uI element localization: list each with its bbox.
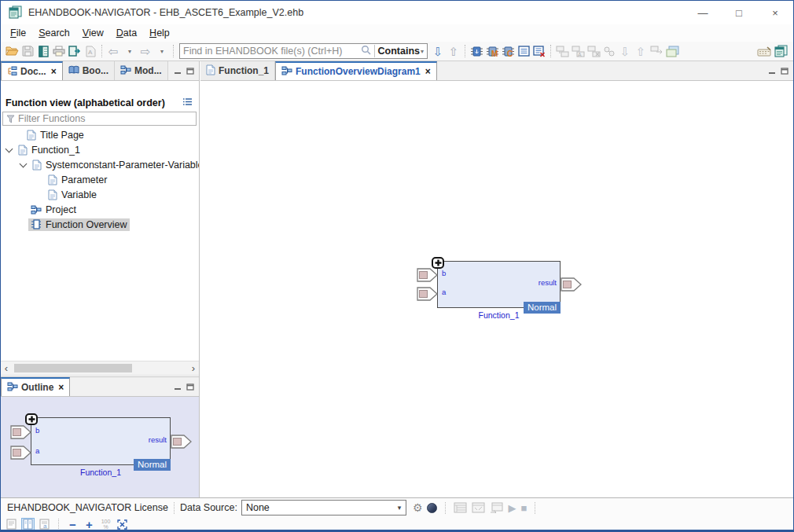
function-block-icon[interactable] [469, 42, 484, 60]
function-block-outline[interactable]: b a result Function_1 Normal [31, 417, 171, 465]
minimize-button[interactable]: — [685, 1, 721, 24]
output-port-result[interactable] [171, 435, 192, 449]
move-down-tool-icon[interactable]: ⇩ [617, 42, 633, 60]
data-source-select[interactable]: None ▾ [241, 500, 406, 515]
tree-item-variable[interactable]: Variable [1, 187, 199, 202]
zoom-out-icon[interactable]: − [66, 518, 79, 531]
tree-horizontal-scrollbar[interactable]: ‹ › [1, 361, 199, 376]
tab-book-view[interactable]: Boo... [63, 61, 115, 80]
menu-data[interactable]: Data [110, 26, 143, 40]
open-file-icon[interactable] [4, 42, 20, 60]
tab-function-overview-diagram[interactable]: FunctionOverviewDiagram1 × [275, 61, 437, 80]
connector-tool-icon[interactable] [601, 42, 617, 60]
close-icon[interactable]: × [58, 382, 64, 393]
document-tree-icon [7, 66, 17, 78]
maximize-panel-icon[interactable] [186, 68, 194, 75]
hierarchy-label-tool-icon[interactable]: A [570, 42, 586, 60]
maximize-panel-icon[interactable] [186, 383, 194, 391]
input-port-b[interactable] [417, 268, 438, 282]
menu-help[interactable]: Help [143, 26, 176, 40]
measurement-block-icon[interactable]: M [484, 42, 500, 60]
gear-icon[interactable]: ⚙ [413, 501, 423, 514]
zoom-in-icon[interactable]: + [83, 518, 96, 531]
outline-canvas[interactable]: b a result Function_1 Normal [1, 397, 199, 497]
menu-file[interactable]: File [4, 26, 32, 40]
match-mode-dropdown[interactable]: Contains ▾ [378, 46, 425, 57]
chevron-expanded-icon[interactable] [20, 160, 28, 167]
chevron-expanded-icon[interactable] [6, 145, 13, 152]
tree-item-parameter[interactable]: Parameter [1, 172, 199, 187]
find-input[interactable] [183, 46, 361, 57]
find-previous-icon[interactable]: ⇧ [446, 42, 461, 60]
calibration-window-icon[interactable] [472, 502, 485, 513]
svg-text:A: A [88, 49, 93, 56]
move-up-tool-icon[interactable]: ⇧ [633, 42, 649, 60]
search-icon[interactable] [361, 45, 371, 57]
ehandbook-window-icon[interactable] [773, 42, 788, 60]
minimize-panel-icon[interactable] [768, 68, 776, 75]
two-page-view-icon[interactable] [21, 518, 35, 531]
list-view-icon[interactable] [516, 42, 531, 60]
menu-view[interactable]: View [76, 26, 110, 40]
output-port-result[interactable] [561, 277, 582, 292]
minimize-panel-icon[interactable] [174, 68, 182, 75]
tab-function-1[interactable]: Function_1 [200, 61, 275, 80]
tree-item-function-1[interactable]: Function_1 [1, 142, 199, 157]
open-ehandbook-icon[interactable] [35, 42, 51, 60]
tree-item-systemconstant[interactable]: Systemconstant-Parameter-Variable-C [1, 157, 199, 172]
save-icon[interactable] [20, 42, 35, 60]
maximize-panel-icon[interactable] [781, 68, 788, 75]
experiment-window-icon[interactable] [490, 502, 503, 513]
start-measurement-icon[interactable]: ▶ [508, 502, 516, 514]
tree-item-function-overview[interactable]: Function Overview [1, 217, 199, 232]
list-remove-icon[interactable] [531, 42, 547, 60]
calibration-block-icon[interactable]: C [500, 42, 516, 60]
tab-model-view[interactable]: Mod... [115, 61, 168, 80]
diagram-canvas[interactable]: b a result Function_1 Normal [200, 81, 793, 497]
license-label: EHANDBOOK_NAVIGATOR License [7, 502, 168, 513]
tree-item-title-page[interactable]: Title Page [1, 127, 199, 142]
stop-measurement-icon[interactable]: ■ [520, 502, 527, 514]
port-label: a [35, 446, 39, 455]
export-pdf-icon[interactable]: A [83, 42, 98, 60]
keyboard-shortcuts-icon[interactable] [756, 42, 773, 60]
data-source-state-icon[interactable] [427, 503, 437, 513]
input-port-a[interactable] [417, 287, 438, 301]
back-history-dropdown-icon[interactable]: ▾ [122, 42, 138, 60]
single-page-view-icon[interactable] [5, 518, 18, 531]
back-icon[interactable]: ⇦ [105, 42, 121, 60]
open-window-tool-icon[interactable] [664, 42, 680, 60]
tab-document-view[interactable]: Doc... × [1, 61, 63, 80]
scroll-left-icon[interactable]: ‹ [1, 361, 12, 375]
filter-input[interactable] [18, 113, 193, 124]
input-port-b[interactable] [10, 425, 31, 439]
tree-item-project[interactable]: Project [1, 202, 199, 217]
text-page-view-icon[interactable]: a [38, 518, 51, 531]
scrollbar-thumb[interactable] [14, 364, 132, 372]
minimize-panel-icon[interactable] [174, 383, 182, 391]
export-icon[interactable] [67, 42, 83, 60]
scroll-right-icon[interactable]: › [188, 361, 199, 375]
zoom-100-icon[interactable]: 100% [99, 518, 112, 531]
forward-history-dropdown-icon[interactable]: ▾ [154, 42, 170, 60]
view-menu-icon[interactable] [182, 97, 193, 108]
hierarchy-tool-icon[interactable] [554, 42, 570, 60]
forward-icon[interactable]: ⇨ [138, 42, 153, 60]
editor-tabbar: Function_1 FunctionOverviewDiagram1 × [200, 61, 793, 81]
function-block[interactable]: b a result Function_1 Normal [437, 261, 561, 308]
maximize-button[interactable]: □ [721, 1, 757, 24]
measure-window-icon[interactable] [454, 502, 467, 513]
close-button[interactable]: × [757, 1, 793, 24]
expand-block-icon[interactable] [432, 257, 444, 269]
close-icon[interactable]: × [425, 66, 431, 77]
hierarchy-remove-tool-icon[interactable] [586, 42, 601, 60]
find-next-icon[interactable]: ⇩ [430, 42, 446, 60]
fit-to-screen-icon[interactable] [116, 518, 129, 531]
close-icon[interactable]: × [51, 66, 57, 77]
menu-search[interactable]: Search [32, 26, 76, 40]
tab-outline[interactable]: Outline × [1, 377, 70, 396]
trace-tool-icon[interactable] [649, 42, 664, 60]
input-port-a[interactable] [10, 446, 31, 460]
expand-block-icon[interactable] [25, 413, 38, 425]
print-icon[interactable] [51, 42, 67, 60]
